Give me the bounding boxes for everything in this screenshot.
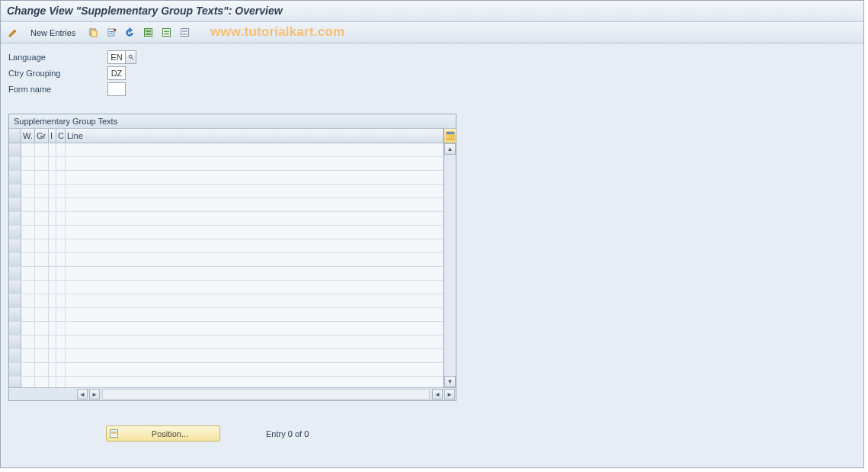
cell-c[interactable] — [56, 363, 66, 376]
cell-gr[interactable] — [35, 308, 49, 321]
cell-w[interactable] — [21, 171, 35, 184]
cell-w[interactable] — [21, 239, 35, 252]
cell-i[interactable] — [49, 253, 56, 266]
cell-gr[interactable] — [35, 267, 49, 280]
cell-i[interactable] — [49, 349, 56, 362]
row-selector[interactable] — [9, 253, 21, 266]
cell-i[interactable] — [49, 322, 56, 335]
hscroll-track[interactable] — [102, 389, 430, 400]
cell-line[interactable] — [66, 253, 444, 266]
scroll-up-button[interactable]: ▲ — [444, 143, 456, 155]
cell-c[interactable] — [56, 171, 66, 184]
cell-i[interactable] — [49, 185, 56, 197]
cell-c[interactable] — [56, 198, 66, 211]
cell-line[interactable] — [66, 308, 444, 321]
row-selector[interactable] — [9, 239, 21, 252]
row-selector[interactable] — [9, 267, 21, 280]
table-row[interactable] — [9, 294, 444, 308]
table-row[interactable] — [9, 143, 444, 157]
cell-gr[interactable] — [35, 198, 49, 211]
cell-w[interactable] — [21, 349, 35, 362]
cell-i[interactable] — [49, 171, 56, 184]
col-header-w[interactable]: W. — [21, 129, 35, 143]
cell-line[interactable] — [66, 336, 444, 348]
cell-c[interactable] — [56, 322, 66, 335]
table-row[interactable] — [9, 185, 444, 198]
cell-gr[interactable] — [35, 253, 49, 266]
cell-w[interactable] — [21, 212, 35, 225]
row-selector[interactable] — [9, 171, 21, 184]
cell-w[interactable] — [21, 253, 35, 266]
row-selector[interactable] — [9, 294, 21, 307]
undo-change-icon[interactable] — [122, 25, 137, 40]
vertical-scrollbar[interactable]: ▲ ▼ — [444, 143, 456, 387]
table-header-selector[interactable] — [9, 129, 21, 143]
scroll-right-end-button[interactable]: ► — [444, 389, 455, 400]
cell-gr[interactable] — [35, 363, 49, 376]
cell-line[interactable] — [66, 281, 444, 294]
cell-i[interactable] — [49, 281, 56, 294]
cell-line[interactable] — [66, 322, 444, 335]
row-selector[interactable] — [9, 157, 21, 170]
table-row[interactable] — [9, 267, 444, 281]
cell-c[interactable] — [56, 377, 66, 387]
select-block-icon[interactable] — [159, 25, 174, 40]
cell-line[interactable] — [66, 226, 444, 239]
col-header-i[interactable]: I — [49, 129, 56, 143]
table-row[interactable] — [9, 198, 444, 212]
row-selector[interactable] — [9, 212, 21, 225]
deselect-all-icon[interactable] — [177, 25, 192, 40]
toggle-change-icon[interactable] — [5, 25, 21, 40]
cell-i[interactable] — [49, 239, 56, 252]
row-selector[interactable] — [9, 185, 21, 197]
cell-c[interactable] — [56, 294, 66, 307]
scroll-right-button[interactable]: ► — [89, 389, 100, 400]
ctry-grouping-input[interactable] — [107, 66, 126, 80]
cell-w[interactable] — [21, 363, 35, 376]
cell-i[interactable] — [49, 157, 56, 170]
table-row[interactable] — [9, 363, 444, 377]
scroll-left-button[interactable]: ◄ — [77, 389, 88, 400]
cell-w[interactable] — [21, 143, 35, 156]
cell-w[interactable] — [21, 281, 35, 294]
table-config-button[interactable] — [444, 129, 456, 143]
language-input[interactable] — [107, 50, 126, 64]
cell-gr[interactable] — [35, 294, 49, 307]
cell-line[interactable] — [66, 294, 444, 307]
cell-c[interactable] — [56, 212, 66, 225]
delete-icon[interactable] — [104, 25, 119, 40]
form-name-input[interactable] — [107, 82, 126, 96]
cell-line[interactable] — [66, 157, 444, 170]
cell-w[interactable] — [21, 308, 35, 321]
row-selector[interactable] — [9, 308, 21, 321]
cell-gr[interactable] — [35, 239, 49, 252]
cell-w[interactable] — [21, 322, 35, 335]
cell-c[interactable] — [56, 157, 66, 170]
table-row[interactable] — [9, 322, 444, 336]
cell-gr[interactable] — [35, 322, 49, 335]
cell-gr[interactable] — [35, 281, 49, 294]
select-all-icon[interactable] — [140, 25, 155, 40]
cell-line[interactable] — [66, 363, 444, 376]
cell-c[interactable] — [56, 281, 66, 294]
table-row[interactable] — [9, 308, 444, 322]
scroll-down-button[interactable]: ▼ — [444, 376, 456, 387]
cell-i[interactable] — [49, 308, 56, 321]
cell-w[interactable] — [21, 185, 35, 197]
table-row[interactable] — [9, 349, 444, 363]
cell-w[interactable] — [21, 267, 35, 280]
cell-line[interactable] — [66, 185, 444, 197]
cell-i[interactable] — [49, 363, 56, 376]
row-selector[interactable] — [9, 281, 21, 294]
table-row[interactable] — [9, 157, 444, 171]
cell-c[interactable] — [56, 349, 66, 362]
table-row[interactable] — [9, 253, 444, 267]
cell-gr[interactable] — [35, 185, 49, 197]
position-button[interactable]: Position... — [106, 425, 220, 441]
language-f4-button[interactable] — [126, 50, 136, 64]
row-selector[interactable] — [9, 143, 21, 156]
row-selector[interactable] — [9, 377, 21, 387]
row-selector[interactable] — [9, 349, 21, 362]
cell-c[interactable] — [56, 239, 66, 252]
cell-line[interactable] — [66, 212, 444, 225]
